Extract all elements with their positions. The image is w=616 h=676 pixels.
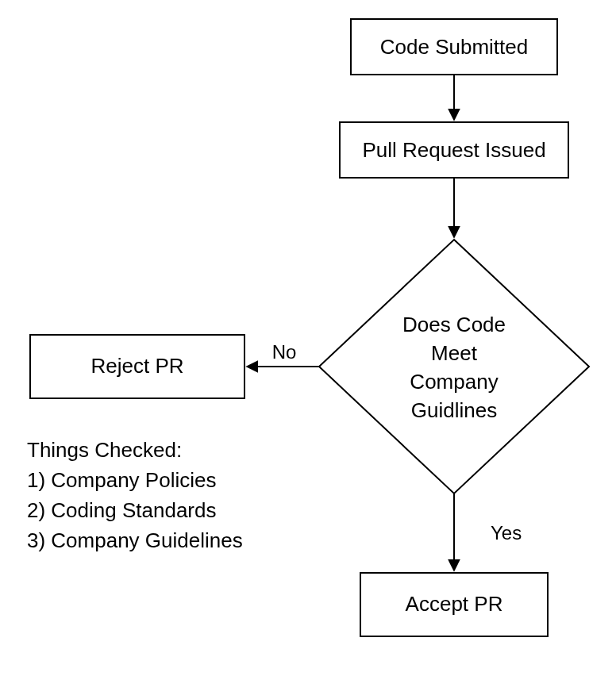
node-decision xyxy=(319,240,589,494)
node-decision-label-1: Does Code xyxy=(402,313,506,336)
edge-yes-label: Yes xyxy=(491,522,522,543)
node-reject-pr-label: Reject PR xyxy=(90,354,183,378)
node-decision-label-3: Company xyxy=(410,370,498,394)
node-decision-label-4: Guidlines xyxy=(411,398,497,422)
edge-no-label: No xyxy=(272,341,297,363)
notes-item-3: 3) Company Guidelines xyxy=(27,528,243,552)
node-decision-label-2: Meet xyxy=(431,341,478,365)
node-code-submitted-label: Code Submitted xyxy=(380,35,528,59)
node-pull-request-issued-label: Pull Request Issued xyxy=(362,138,545,162)
notes-item-1: 1) Company Policies xyxy=(27,468,216,492)
notes-item-2: 2) Coding Standards xyxy=(27,498,216,522)
node-accept-pr-label: Accept PR xyxy=(406,592,503,616)
flowchart: Code Submitted Pull Request Issued Does … xyxy=(0,0,616,676)
notes-heading: Things Checked: xyxy=(27,438,182,462)
